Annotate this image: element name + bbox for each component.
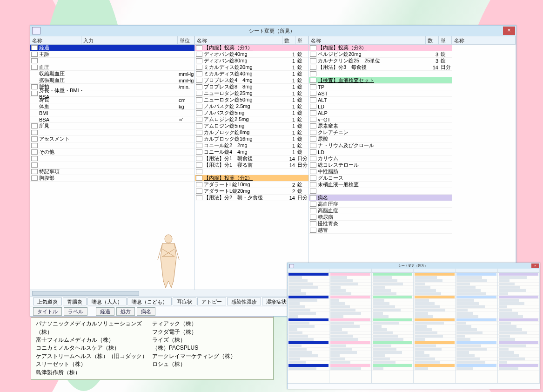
byoumei-button[interactable]: 病名 <box>137 307 155 316</box>
checkbox[interactable] <box>196 71 202 76</box>
tab[interactable]: 上気道炎 <box>33 297 62 305</box>
shohou-button[interactable]: 処方 <box>116 307 135 316</box>
checkbox[interactable] <box>196 84 202 89</box>
data-row[interactable]: 慢性胃炎 <box>309 221 452 227</box>
tab[interactable]: 湿疹症状 <box>262 297 291 305</box>
checkbox[interactable] <box>31 162 38 168</box>
data-row[interactable]: コニール錠2 2mg1錠 <box>195 142 308 149</box>
tab[interactable]: 喘息（大人） <box>87 297 127 305</box>
checkbox[interactable] <box>310 71 316 76</box>
data-row[interactable]: ペルジピン錠20mg3錠 <box>309 51 452 58</box>
tab[interactable]: アトピー <box>197 297 226 305</box>
data-row[interactable]: グルコース <box>309 175 452 182</box>
checkbox[interactable] <box>310 45 316 50</box>
data-row[interactable]: 高血圧症 <box>309 201 452 208</box>
col1-row[interactable]: 血圧 <box>30 64 194 71</box>
col1-row[interactable]: BSA㎡ <box>30 116 194 123</box>
checkbox[interactable] <box>310 215 316 220</box>
checkbox[interactable] <box>196 149 202 155</box>
checkbox[interactable] <box>196 182 202 187</box>
data-row[interactable]: TP <box>309 84 452 90</box>
checkbox[interactable] <box>310 189 316 194</box>
data-row[interactable]: ノルバスク錠 2.5mg1錠 <box>195 103 308 110</box>
col1-row[interactable]: 身長・体重・BMI・BSA <box>30 90 194 97</box>
col1-row[interactable] <box>30 142 194 149</box>
checkbox[interactable] <box>310 228 316 233</box>
data-row[interactable]: 中性脂肪 <box>309 169 452 175</box>
col1-row[interactable] <box>30 162 194 169</box>
col1-row[interactable]: BMI <box>30 110 194 116</box>
checkbox[interactable] <box>196 176 202 181</box>
checkbox[interactable] <box>310 149 316 155</box>
checkbox[interactable] <box>310 52 316 57</box>
col1-row[interactable]: 特記事項 <box>30 169 194 175</box>
data-row[interactable]: ミカルディス錠20mg1錠 <box>195 64 308 71</box>
data-row[interactable]: アダラートL錠10mg2錠 <box>195 182 308 188</box>
data-row[interactable]: AST <box>309 90 452 97</box>
data-row[interactable]: カルブロック錠8mg1錠 <box>195 129 308 136</box>
data-row[interactable]: ALP <box>309 110 452 116</box>
checkbox[interactable] <box>310 136 316 142</box>
label-button[interactable]: ラベル <box>64 307 87 316</box>
data-row[interactable]: 末梢血液一般検査 <box>309 182 452 188</box>
data-row[interactable]: 【用法】分1 朝食後14日分 <box>195 155 308 162</box>
data-row[interactable] <box>309 71 452 77</box>
data-row[interactable]: 【内服】投薬（分1） <box>195 45 308 51</box>
data-row[interactable]: 尿酸 <box>309 136 452 142</box>
checkbox[interactable] <box>31 65 38 70</box>
checkbox[interactable] <box>31 149 38 155</box>
col1-row[interactable]: 所見 <box>30 123 194 129</box>
checkbox[interactable] <box>196 136 202 142</box>
checkbox[interactable] <box>310 176 316 181</box>
checkbox[interactable] <box>310 84 316 89</box>
data-row[interactable]: ディオバン錠80mg1錠 <box>195 58 308 64</box>
data-row[interactable]: 尿素窒素 <box>309 123 452 129</box>
close-button[interactable]: × <box>503 27 515 35</box>
data-row[interactable]: 【用法】分2 朝・夕食後14日分 <box>195 195 308 201</box>
checkbox[interactable] <box>310 123 316 128</box>
col1-row[interactable]: 身長cm <box>30 97 194 103</box>
checkbox[interactable] <box>31 123 38 128</box>
checkbox[interactable] <box>196 78 202 83</box>
data-row[interactable]: LD <box>309 103 452 110</box>
data-row[interactable]: 【用法】分1 寝る前14日分 <box>195 162 308 169</box>
data-row[interactable]: 高脂血症 <box>309 208 452 214</box>
tab[interactable]: 喘息（こども） <box>127 297 172 305</box>
checkbox[interactable] <box>310 91 316 96</box>
checkbox[interactable] <box>310 65 316 70</box>
data-row[interactable]: 糖尿病 <box>309 214 452 221</box>
checkbox[interactable] <box>310 110 316 115</box>
checkbox[interactable] <box>196 130 202 135</box>
data-row[interactable]: 総コレステロール <box>309 162 452 169</box>
checkbox[interactable] <box>310 202 316 207</box>
checkbox[interactable] <box>310 58 316 63</box>
checkbox[interactable] <box>31 176 38 181</box>
checkbox[interactable] <box>196 58 202 63</box>
data-row[interactable]: 【検査】血液検査セット <box>309 77 452 84</box>
keika-button[interactable]: 経過 <box>96 307 114 316</box>
data-row[interactable]: ミカルディス錠40mg1錠 <box>195 71 308 77</box>
col1-row[interactable]: その他 <box>30 149 194 155</box>
checkbox[interactable] <box>196 104 202 109</box>
thumb-close-button[interactable]: × <box>531 264 539 268</box>
data-row[interactable]: アムロジン錠2.5mg1錠 <box>195 116 308 123</box>
checkbox[interactable] <box>310 221 316 226</box>
col1-row[interactable] <box>30 155 194 162</box>
checkbox[interactable] <box>310 162 316 168</box>
checkbox[interactable] <box>310 143 316 148</box>
checkbox[interactable] <box>310 97 316 102</box>
checkbox[interactable] <box>31 130 38 135</box>
checkbox[interactable] <box>31 52 38 57</box>
tab[interactable]: 耳症状 <box>173 297 196 305</box>
data-row[interactable]: ノルバスク錠5mg1錠 <box>195 110 308 116</box>
col1-row[interactable]: 胸腹部 <box>30 175 194 182</box>
data-row[interactable]: アムロジン錠5mg1錠 <box>195 123 308 129</box>
col1-row[interactable]: 経過 <box>30 45 194 51</box>
checkbox[interactable] <box>196 65 202 70</box>
checkbox[interactable] <box>310 130 316 135</box>
title-button[interactable]: タイトル <box>33 307 62 316</box>
checkbox[interactable] <box>196 97 202 102</box>
data-row[interactable]: コニール錠4 4mg1錠 <box>195 149 308 155</box>
checkbox[interactable] <box>31 143 38 148</box>
data-row[interactable]: アダラートL錠20mg2錠 <box>195 188 308 195</box>
